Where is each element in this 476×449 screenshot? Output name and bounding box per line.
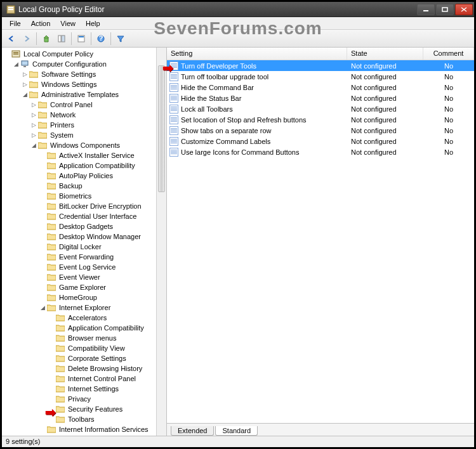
tab-standard[interactable]: Standard	[215, 426, 258, 436]
expand-toggle[interactable]: ▷	[30, 122, 37, 128]
tree-label: Internet Information Services	[58, 426, 150, 433]
tree-item[interactable]: Desktop Gadgets	[3, 221, 166, 231]
tree-item[interactable]: AutoPlay Policies	[3, 171, 166, 181]
filter-button[interactable]	[114, 32, 128, 46]
expand-toggle[interactable]: ◢	[30, 142, 37, 148]
tree-item[interactable]: Privacy	[3, 394, 166, 404]
show-hide-tree-button[interactable]	[55, 32, 69, 46]
tree-item[interactable]: Event Viewer	[3, 272, 166, 282]
expand-toggle[interactable]: ▷	[30, 112, 37, 118]
tree-computer-config[interactable]: ◢ Computer Configuration	[3, 59, 166, 69]
list-row[interactable]: Hide the Status Bar Not configured No	[167, 93, 474, 103]
tree-windows-settings[interactable]: ▷ Windows Settings	[3, 79, 166, 89]
forward-button[interactable]	[20, 32, 34, 46]
list-pane: Setting State Comment Turn off Developer…	[167, 48, 474, 436]
list-row[interactable]: Customize Command Labels Not configured …	[167, 136, 474, 146]
expand-toggle[interactable]: ▷	[30, 132, 37, 138]
tree-item[interactable]: Security Features	[3, 404, 166, 414]
setting-comment: No	[423, 116, 474, 124]
list-row[interactable]: Turn off toolbar upgrade tool Not config…	[167, 71, 474, 82]
tree-pane[interactable]: Local Computer Policy ◢ Computer Configu…	[2, 48, 167, 436]
tree-item[interactable]: ActiveX Installer Service	[3, 150, 166, 160]
list-row[interactable]: Hide the Command Bar Not configured No	[167, 82, 474, 93]
tree-item[interactable]: Event Log Service	[3, 262, 166, 272]
status-text: 9 setting(s)	[6, 438, 40, 445]
list-row[interactable]: Set location of Stop and Refresh buttons…	[167, 114, 474, 125]
list-row[interactable]: Lock all Toolbars Not configured No	[167, 103, 474, 114]
tree-item[interactable]: Browser menus	[3, 333, 166, 343]
back-button[interactable]	[4, 32, 18, 46]
tree-item[interactable]: Application Compatibility	[3, 323, 166, 333]
tree-item[interactable]: Biometrics	[3, 191, 166, 201]
tree-item[interactable]: Internet Control Panel	[3, 374, 166, 384]
tree-label: Internet Explorer	[58, 304, 112, 311]
tree-root[interactable]: Local Computer Policy	[3, 49, 166, 59]
tree-windows-components[interactable]: ◢ Windows Components	[3, 140, 166, 150]
menu-help[interactable]: Help	[81, 18, 105, 29]
tree-item[interactable]: ▷ Network	[3, 110, 166, 120]
tree-label: Windows Components	[49, 141, 121, 149]
up-button[interactable]	[39, 32, 53, 46]
tree-item[interactable]: Game Explorer	[3, 282, 166, 292]
tree-item[interactable]: Compatibility View	[3, 343, 166, 353]
col-comment[interactable]: Comment	[423, 48, 474, 60]
tree-internet-explorer[interactable]: ◢ Internet Explorer	[3, 303, 166, 313]
properties-button[interactable]	[74, 32, 88, 46]
setting-icon	[169, 137, 178, 146]
list-body[interactable]: Turn off Developer Tools Not configured …	[167, 60, 474, 423]
tree-label: Computer Configuration	[31, 60, 108, 68]
minimize-button[interactable]	[417, 4, 435, 15]
tree-item[interactable]: Accelerators	[3, 313, 166, 323]
tree-item[interactable]: ▷ Control Panel	[3, 100, 166, 110]
svg-rect-14	[22, 61, 28, 65]
expand-toggle[interactable]: ▷	[30, 101, 37, 108]
tree-item[interactable]: ▷ System	[3, 130, 166, 140]
tree-item[interactable]: ▷ Printers	[3, 120, 166, 130]
tab-extended[interactable]: Extended	[171, 426, 214, 436]
tree-item[interactable]: BitLocker Drive Encryption	[3, 201, 166, 211]
expand-toggle[interactable]: ◢	[12, 61, 20, 67]
tree-item[interactable]: HomeGroup	[3, 292, 166, 303]
tree-item[interactable]: Delete Browsing History	[3, 363, 166, 374]
tree-item[interactable]: Digital Locker	[3, 242, 166, 252]
maximize-button[interactable]	[436, 4, 454, 15]
folder-icon	[55, 313, 65, 322]
col-setting[interactable]: Setting	[167, 48, 347, 60]
tree-label: Application Compatibility	[67, 324, 145, 332]
tree-item[interactable]: Application Compatibility	[3, 160, 166, 171]
setting-icon	[169, 83, 178, 92]
list-row[interactable]: Turn off Developer Tools Not configured …	[167, 60, 474, 71]
tree-item[interactable]: Internet Settings	[3, 384, 166, 394]
list-row[interactable]: Use large Icons for Command Buttons Not …	[167, 146, 474, 157]
svg-rect-3	[423, 10, 428, 11]
setting-comment: No	[423, 62, 474, 70]
tree-item[interactable]: Corporate Settings	[3, 353, 166, 363]
folder-icon	[46, 202, 56, 211]
folder-icon	[46, 283, 56, 292]
tree-item[interactable]: Desktop Window Manager	[3, 231, 166, 242]
tree-label: Privacy	[67, 395, 92, 403]
tree-admin-templates[interactable]: ◢ Administrative Templates	[3, 89, 166, 100]
expand-toggle[interactable]: ▷	[21, 81, 29, 88]
col-state[interactable]: State	[347, 48, 423, 60]
menu-action[interactable]: Action	[26, 18, 56, 29]
setting-state: Not configured	[347, 62, 423, 70]
tree-item[interactable]: Backup	[3, 181, 166, 191]
tree-item[interactable]: Internet Information Services	[3, 424, 166, 434]
tree-item[interactable]: Credential User Interface	[3, 211, 166, 221]
list-row[interactable]: Show tabs on a separate row Not configur…	[167, 125, 474, 136]
menu-file[interactable]: File	[4, 18, 26, 29]
vertical-scrollbar[interactable]	[156, 48, 166, 436]
expand-toggle[interactable]: ▷	[21, 71, 29, 77]
tree-item[interactable]: Toolbars	[3, 414, 166, 424]
tree-software-settings[interactable]: ▷ Software Settings	[3, 69, 166, 79]
close-button[interactable]	[455, 4, 473, 15]
help-button[interactable]: ?	[94, 32, 108, 46]
folder-icon	[55, 364, 65, 373]
expand-toggle[interactable]: ◢	[39, 304, 46, 311]
expand-toggle[interactable]: ◢	[21, 91, 29, 98]
window-title: Local Group Policy Editor	[18, 5, 416, 14]
menu-view[interactable]: View	[55, 18, 81, 29]
tree-label: Software Settings	[40, 70, 97, 78]
tree-item[interactable]: Event Forwarding	[3, 252, 166, 262]
